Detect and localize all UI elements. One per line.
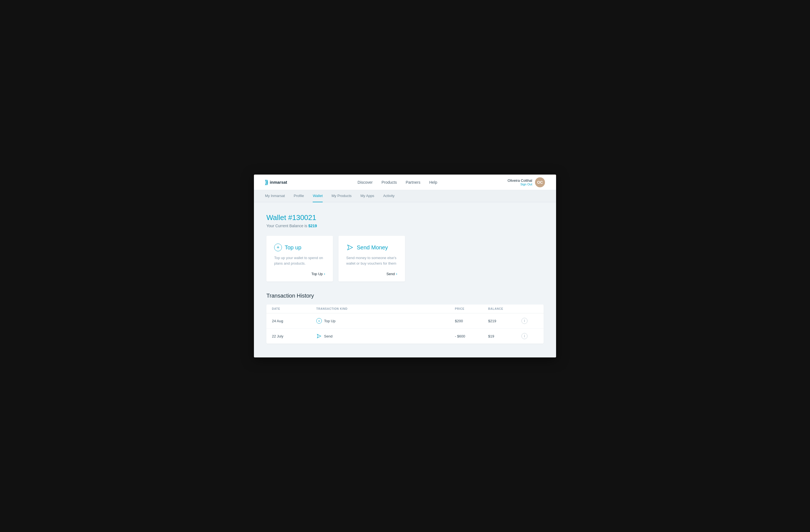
row1-kind: + Top Up [316,318,455,323]
wallet-title: Wallet #130021 [266,213,544,222]
balance-amount: $219 [308,223,317,228]
top-up-desc: Top up your wallet to spend on plans and… [274,255,325,266]
row2-info-icon[interactable]: i [521,333,528,339]
topup-icon: + [316,318,322,323]
send-icon [346,244,354,251]
row1-info-icon[interactable]: i [521,318,528,324]
nav-discover[interactable]: Discover [358,180,373,185]
nav-partners[interactable]: Partners [406,180,420,185]
nav-links: Discover Products Partners Help [358,180,437,185]
send-link[interactable]: Send › [386,271,397,276]
user-info: Oliveira Cotthal Sign Out [507,179,532,186]
logo: )) inmarsat [265,179,287,185]
row1-price: $200 [455,319,488,323]
browser-window: )) inmarsat Discover Products Partners H… [254,174,556,358]
row2-date: 22 July [272,334,316,338]
table-header: DATE TRANSACTION KIND PRICE BALANCE [266,304,544,313]
avatar: OC [535,177,545,187]
subnav-wallet[interactable]: Wallet [313,190,323,202]
send-money-card: Send Money Send money to someone else's … [339,236,405,282]
table-row: 22 July Send - $600 $19 i [266,329,544,344]
user-name: Oliveira Cotthal [507,179,532,183]
send-money-title: Send Money [357,244,388,251]
top-up-link[interactable]: Top Up › [311,271,325,276]
sign-out-link[interactable]: Sign Out [507,183,532,186]
wallet-title-prefix: Wallet [266,213,286,222]
send-action-label: Send [386,272,395,276]
top-up-title: Top up [285,244,301,251]
header-kind: TRANSACTION KIND [316,307,455,310]
header-price: PRICE [455,307,488,310]
send-money-card-title: Send Money [346,244,397,251]
plus-icon: + [274,244,282,251]
top-nav: )) inmarsat Discover Products Partners H… [254,174,556,190]
sub-nav: My Inmarsat Profile Wallet My Products M… [254,190,556,202]
header-actions [521,307,538,310]
logo-text: inmarsat [270,180,287,185]
balance-text: Your Current Balance is [266,223,307,228]
wallet-number: #130021 [288,213,316,222]
avatar-initials: OC [537,180,543,185]
subnav-my-apps[interactable]: My Apps [360,190,374,202]
transaction-history-title: Transaction History [266,293,544,299]
nav-help[interactable]: Help [429,180,437,185]
send-money-action: Send › [346,271,397,276]
svg-marker-0 [347,245,353,250]
subnav-my-inmarsat[interactable]: My Inmarsat [265,190,285,202]
header-date: DATE [272,307,316,310]
row1-kind-label: Top Up [324,319,336,323]
row1-balance: $219 [488,319,521,323]
logo-icon: )) [265,179,268,185]
top-up-action: Top Up › [274,271,325,276]
svg-marker-1 [317,334,321,338]
header-balance: BALANCE [488,307,521,310]
send-icon-row [316,333,322,339]
row2-price: - $600 [455,334,488,338]
top-up-card-title: + Top up [274,244,325,251]
row1-date: 24 Aug [272,319,316,323]
subnav-my-products[interactable]: My Products [331,190,352,202]
subnav-activity[interactable]: Activity [383,190,394,202]
send-money-desc: Send money to someone else's wallet or b… [346,255,397,266]
subnav-profile[interactable]: Profile [294,190,304,202]
row2-balance: $19 [488,334,521,338]
nav-products[interactable]: Products [382,180,397,185]
wallet-header: Wallet #130021 Your Current Balance is $… [266,213,544,228]
top-up-card: + Top up Top up your wallet to spend on … [266,236,333,282]
chevron-right-icon-send: › [396,271,397,276]
transaction-table: DATE TRANSACTION KIND PRICE BALANCE 24 A… [266,304,544,344]
user-area: Oliveira Cotthal Sign Out OC [507,177,545,187]
chevron-right-icon: › [324,271,325,276]
row2-kind-label: Send [324,334,333,338]
table-row: 24 Aug + Top Up $200 $219 i [266,313,544,329]
cards-row: + Top up Top up your wallet to spend on … [266,236,544,282]
main-content: Wallet #130021 Your Current Balance is $… [254,202,556,358]
top-up-action-label: Top Up [311,272,323,276]
row2-kind: Send [316,333,455,339]
wallet-balance: Your Current Balance is $219 [266,223,544,228]
